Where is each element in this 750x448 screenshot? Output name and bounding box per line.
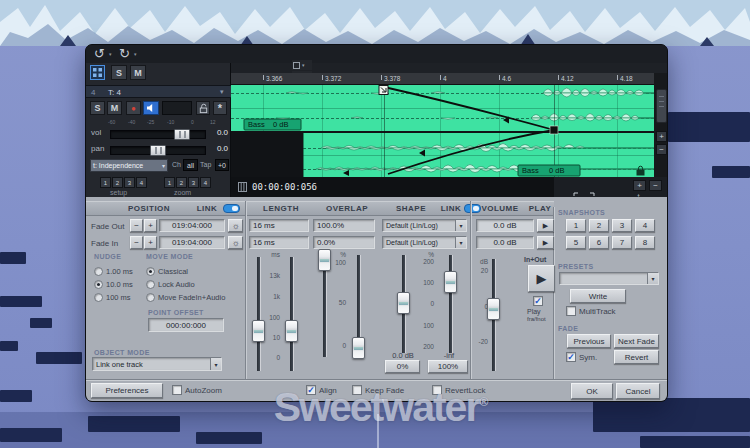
snapshot-button-4[interactable]: 4 [635,219,655,232]
fade-out-length-field[interactable]: 16 ms [249,219,309,232]
chevron-down-icon[interactable]: ▾ [455,237,466,248]
move-mode-lock-audio-radio[interactable] [146,280,155,289]
move-mode-classical-radio[interactable] [146,267,155,276]
instrument-dropdown[interactable]: t: Independence ▾ [90,159,168,172]
track-volume-value[interactable]: 0.0 [210,128,228,137]
mute-button[interactable]: M [107,101,122,115]
zoom-in-vertical-button[interactable]: + [656,131,667,142]
chevron-down-icon[interactable]: ▾ [455,220,466,231]
track-pan-value[interactable]: 0.0 [210,144,228,153]
play-fade-out-button[interactable]: ▶ [537,219,554,232]
move-mode-move-fadein-radio[interactable] [146,293,155,302]
fade-in-overlap-fader-handle[interactable] [352,337,365,359]
setup-preset-button[interactable]: 1 [100,177,111,188]
chevron-down-icon[interactable]: ▾ [210,358,221,370]
redo-dropdown-icon[interactable]: ▾ [134,51,137,57]
zoom-out-horizontal-button[interactable]: − [649,180,662,191]
fade-out-length-fader-handle[interactable] [252,320,265,342]
autozoom-checkbox[interactable] [172,385,182,395]
playback-time-display[interactable]: 00:00:00:056 [252,182,317,192]
nudge-1ms-radio[interactable] [94,267,103,276]
object-editor-grid-icon[interactable] [90,65,105,80]
fade-in-decrement-button[interactable]: − [130,236,143,249]
chevron-down-icon[interactable]: ▾ [647,273,658,284]
crossfade-volume-fader-handle[interactable] [487,298,500,320]
record-button[interactable]: ● [126,101,141,115]
next-fade-button[interactable]: Next Fade [614,334,659,348]
presets-dropdown[interactable]: ▾ [559,272,659,285]
fade-out-increment-button[interactable]: + [144,219,157,232]
time-format-icon[interactable] [238,182,247,192]
zoom-preset-button[interactable]: 1 [164,177,175,188]
fade-out-length-fader-track[interactable] [257,257,260,371]
fade-in-shape-dropdown[interactable]: Default (Lin/Log)▾ [382,236,467,249]
fade-out-overlap-field[interactable]: 100.0% [313,219,375,232]
fade-in-increment-button[interactable]: + [144,236,157,249]
preferences-button[interactable]: Preferences [91,383,163,398]
shape-hundred-percent-button[interactable]: 100% [428,360,468,373]
fade-in-length-fader-handle[interactable] [285,320,298,342]
fade-in-shape-fader-track[interactable] [449,255,452,353]
zoom-preset-button[interactable]: 3 [188,177,199,188]
fade-in-play-from-button[interactable]: ☼ [228,236,243,249]
snapshot-button-1[interactable]: 1 [566,219,586,232]
fade-out-overlap-fader-handle[interactable] [318,249,331,271]
track-collapse-icon[interactable]: ▾ [220,88,224,96]
lock-button[interactable] [196,101,210,115]
track-pan-handle[interactable] [150,145,166,156]
object-mode-dropdown[interactable]: Link one track▾ [92,357,222,371]
ok-button[interactable]: OK [571,383,613,399]
mute-button-top[interactable]: M [130,65,146,80]
zoom-preset-button[interactable]: 2 [176,177,187,188]
fade-out-decrement-button[interactable]: − [130,219,143,232]
fade-out-shape-fader-handle[interactable] [397,292,410,314]
multitrack-checkbox[interactable] [566,306,576,316]
snapshot-button-5[interactable]: 5 [566,236,586,249]
setup-preset-button[interactable]: 4 [136,177,147,188]
nudge-10ms-radio[interactable] [94,280,103,289]
play-in-out-button[interactable]: ▶ [528,265,555,292]
tap-value-chip[interactable]: +0 [215,159,229,171]
fade-in-shape-fader-handle[interactable] [444,271,457,293]
fade-in-length-field[interactable]: 16 ms [249,236,309,249]
undo-icon[interactable]: ↺ [94,46,105,61]
sym-checkbox[interactable]: ✓ [566,352,576,362]
nudge-100ms-radio[interactable] [94,293,103,302]
snapshot-button-8[interactable]: 8 [635,236,655,249]
redo-icon[interactable]: ↻ [119,46,130,61]
fade-out-play-from-button[interactable]: ☼ [228,219,243,232]
docker-icon-group[interactable]: ▾ [292,60,312,70]
previous-fade-button[interactable]: Previous [567,334,611,348]
snapshot-button-6[interactable]: 6 [589,236,609,249]
zoom-preset-button[interactable]: 4 [200,177,211,188]
channel-value-chip[interactable]: all [183,159,198,171]
fade-in-position-field[interactable]: 019:04:000 [159,236,225,249]
fade-in-overlap-field[interactable]: 0.0% [313,236,375,249]
fade-out-shape-dropdown[interactable]: Default (Lin/Log)▾ [382,219,467,232]
position-link-toggle[interactable] [223,204,240,213]
waveform-canvas[interactable]: Bass 0 dB Bass 0 dB [231,85,654,177]
undo-dropdown-icon[interactable]: ▾ [109,51,112,57]
track-volume-handle[interactable] [174,129,190,140]
solo-button-top[interactable]: S [111,65,127,80]
snapshot-button-2[interactable]: 2 [589,219,609,232]
timeline-ruler[interactable]: 3.366 3.372 3.378 4 4.6 4.12 4.18 [231,73,654,85]
track-header[interactable]: 4 T: 4 ▾ [86,85,231,98]
write-preset-button[interactable]: Write [570,289,626,303]
play-loop-checkbox[interactable]: ✓ [533,296,543,306]
fade-out-position-field[interactable]: 019:04:000 [159,219,225,232]
zoom-out-vertical-button[interactable]: − [656,144,667,155]
crossfade-point-handle[interactable] [550,126,558,134]
monitor-button[interactable] [143,101,159,115]
point-offset-field[interactable]: 000:00:000 [148,318,224,332]
setup-preset-button[interactable]: 3 [124,177,135,188]
cancel-button[interactable]: Cancel [616,383,660,399]
solo-button[interactable]: S [90,101,105,115]
play-fade-in-button[interactable]: ▶ [537,236,554,249]
vertical-scrollbar-grip[interactable] [656,89,667,123]
fx-button[interactable]: * [213,101,227,115]
fade-in-volume-field[interactable]: 0.0 dB [476,236,534,249]
track-volume-slider[interactable] [110,130,206,139]
revert-button[interactable]: Revert [614,350,659,364]
fade-in-length-fader-track[interactable] [290,257,293,371]
